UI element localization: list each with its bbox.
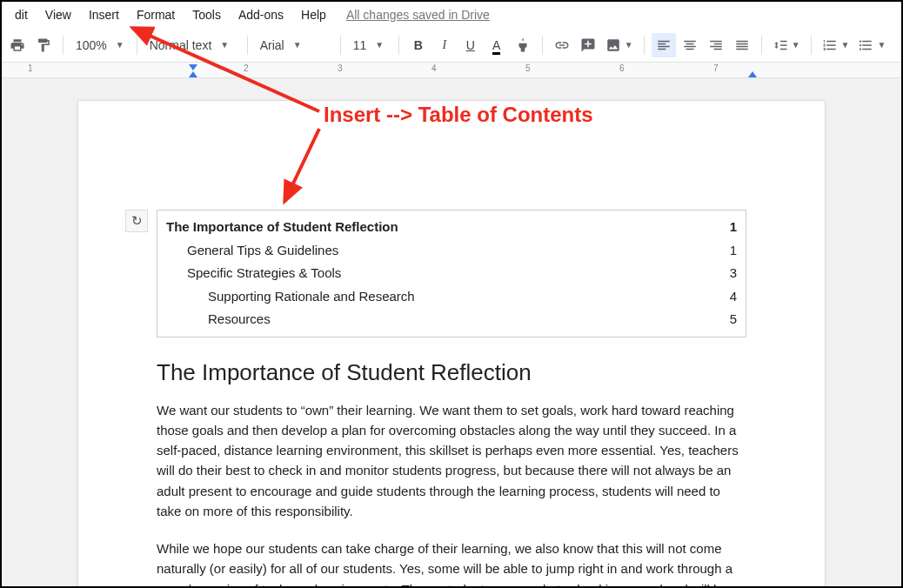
comment-plus-icon xyxy=(580,37,596,53)
link-icon xyxy=(554,37,570,53)
numbered-list-button[interactable]: ▼ xyxy=(819,33,853,57)
caret-down-icon: ▼ xyxy=(293,40,302,50)
toc-entry[interactable]: Supporting Rationale and Research4 xyxy=(166,285,737,309)
toc-refresh-button[interactable]: ↻ xyxy=(125,210,148,232)
bulleted-list-icon xyxy=(858,37,873,53)
paragraph-style-dropdown[interactable]: Normal text ▼ xyxy=(144,33,240,57)
add-comment-button[interactable] xyxy=(576,33,600,57)
document-area: ↻ The Importance of Student Reflection1G… xyxy=(2,78,901,586)
toc-box: The Importance of Student Reflection1Gen… xyxy=(157,210,746,337)
toc-entry-title: Supporting Rationale and Research xyxy=(208,287,415,307)
text-color-icon: A xyxy=(492,38,500,52)
toc-entry-page: 4 xyxy=(730,287,737,307)
align-right-icon xyxy=(708,37,724,53)
toc-entry[interactable]: General Tips & Guidelines1 xyxy=(166,239,737,263)
paint-format-button[interactable] xyxy=(31,33,56,57)
caret-down-icon: ▼ xyxy=(877,40,886,50)
ruler-num: 5 xyxy=(525,63,531,73)
align-left-icon xyxy=(656,37,672,53)
align-left-button[interactable] xyxy=(652,33,676,57)
align-justify-icon xyxy=(734,37,750,53)
style-value: Normal text xyxy=(150,38,212,52)
highlighter-icon xyxy=(515,37,531,53)
bold-button[interactable]: B xyxy=(406,33,431,57)
font-size-value: 11 xyxy=(353,38,367,52)
bold-icon: B xyxy=(414,38,423,52)
align-center-icon xyxy=(682,37,698,53)
menu-bar: dit View Insert Format Tools Add-ons Hel… xyxy=(2,2,901,28)
italic-button[interactable]: I xyxy=(432,33,457,57)
toc-entry-page: 1 xyxy=(730,217,737,237)
ruler-num: 3 xyxy=(338,63,343,73)
printer-icon xyxy=(10,37,25,53)
table-of-contents[interactable]: ↻ The Importance of Student Reflection1G… xyxy=(157,210,746,337)
toc-entry-page: 5 xyxy=(730,310,737,330)
font-size-dropdown[interactable]: 11 ▼ xyxy=(348,33,391,57)
highlight-button[interactable] xyxy=(511,33,535,57)
font-dropdown[interactable]: Arial ▼ xyxy=(255,33,333,57)
ruler[interactable]: 1 2 3 4 5 6 7 xyxy=(2,63,901,78)
toc-entry-title: Resources xyxy=(208,310,271,330)
toc-entry[interactable]: Resources5 xyxy=(166,308,737,331)
font-value: Arial xyxy=(260,38,284,52)
document-paragraph[interactable]: While we hope our students can take char… xyxy=(157,538,746,586)
refresh-icon: ↻ xyxy=(131,213,143,229)
menu-tools[interactable]: Tools xyxy=(184,4,229,25)
ruler-num: 7 xyxy=(713,63,719,73)
insert-link-button[interactable] xyxy=(550,33,574,57)
italic-icon: I xyxy=(442,38,446,52)
underline-icon: U xyxy=(466,38,475,52)
menu-view[interactable]: View xyxy=(37,4,79,25)
print-button[interactable] xyxy=(5,33,30,57)
ruler-num: 4 xyxy=(431,63,437,73)
document-paragraph[interactable]: We want our students to “own” their lear… xyxy=(157,400,746,522)
paint-roller-icon xyxy=(36,37,51,53)
menu-edit[interactable]: dit xyxy=(7,4,36,25)
zoom-dropdown[interactable]: 100% ▼ xyxy=(70,33,130,57)
toc-entry[interactable]: Specific Strategies & Tools3 xyxy=(166,262,737,285)
caret-down-icon: ▼ xyxy=(841,40,850,50)
caret-down-icon: ▼ xyxy=(792,40,800,50)
toc-entry-title: General Tips & Guidelines xyxy=(187,241,338,261)
caret-down-icon: ▼ xyxy=(116,40,124,50)
toc-entry-page: 1 xyxy=(730,241,737,261)
caret-down-icon: ▼ xyxy=(625,40,633,50)
ruler-num: 2 xyxy=(244,63,249,73)
indent-marker-left[interactable] xyxy=(189,71,197,77)
document-page[interactable]: ↻ The Importance of Student Reflection1G… xyxy=(77,100,826,586)
image-icon xyxy=(605,37,621,53)
toc-entry-title: Specific Strategies & Tools xyxy=(187,264,341,284)
indent-marker-first-line[interactable] xyxy=(189,64,197,70)
zoom-value: 100% xyxy=(76,38,107,52)
save-status[interactable]: All changes saved in Drive xyxy=(346,8,490,22)
line-spacing-icon xyxy=(773,37,788,53)
menu-insert[interactable]: Insert xyxy=(81,4,127,25)
align-center-button[interactable] xyxy=(678,33,702,57)
text-color-button[interactable]: A xyxy=(485,33,509,57)
underline-button[interactable]: U xyxy=(458,33,483,57)
caret-down-icon: ▼ xyxy=(375,40,384,50)
insert-image-button[interactable]: ▼ xyxy=(602,33,637,57)
menu-help[interactable]: Help xyxy=(293,4,334,25)
indent-marker-right[interactable] xyxy=(748,71,757,77)
document-heading-1[interactable]: The Importance of Student Reflection xyxy=(157,359,746,386)
line-spacing-button[interactable]: ▼ xyxy=(769,33,804,57)
align-justify-button[interactable] xyxy=(730,33,754,57)
toc-entry-page: 3 xyxy=(730,264,737,284)
menu-format[interactable]: Format xyxy=(129,4,183,25)
align-right-button[interactable] xyxy=(704,33,728,57)
toolbar: 100% ▼ Normal text ▼ Arial ▼ 11 ▼ B I U … xyxy=(2,28,901,63)
bulleted-list-button[interactable]: ▼ xyxy=(854,33,889,57)
menu-addons[interactable]: Add-ons xyxy=(231,4,291,25)
caret-down-icon: ▼ xyxy=(220,40,229,50)
ruler-num: 1 xyxy=(28,63,33,73)
toc-entry[interactable]: The Importance of Student Reflection1 xyxy=(166,216,737,239)
ruler-num: 6 xyxy=(619,63,625,73)
toc-entry-title: The Importance of Student Reflection xyxy=(166,217,398,237)
numbered-list-icon xyxy=(822,37,838,53)
